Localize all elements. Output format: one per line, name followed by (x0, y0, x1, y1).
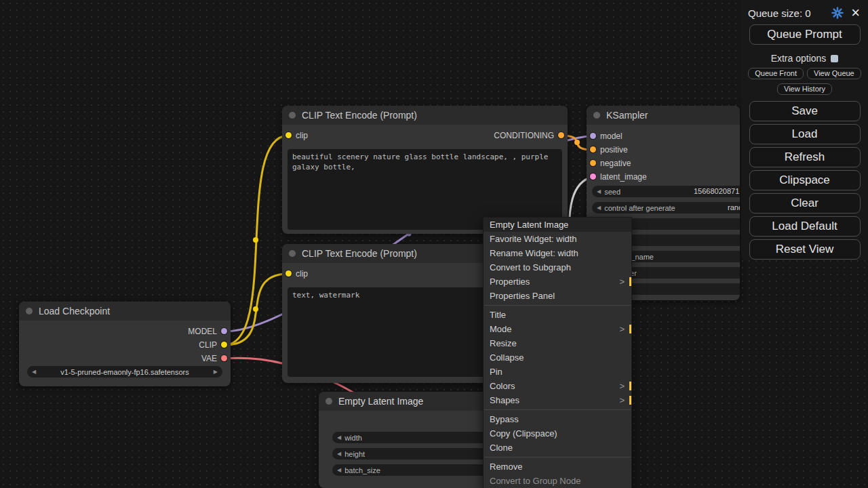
model-output-dot[interactable] (221, 328, 227, 334)
negative-input-dot[interactable] (590, 160, 596, 166)
left-arrow-icon[interactable]: ◀ (337, 468, 341, 473)
slot-label: MODEL (188, 327, 217, 336)
gear-icon[interactable] (831, 7, 844, 19)
slot-label: negative (600, 159, 631, 168)
load-default-button[interactable]: Load Default (749, 216, 861, 237)
refresh-button[interactable]: Refresh (749, 147, 861, 167)
left-arrow-icon[interactable]: ◀ (337, 435, 341, 441)
menu-item-shapes[interactable]: Shapes > (484, 393, 631, 407)
reset-view-button[interactable]: Reset View (749, 239, 861, 260)
submenu-arrow-icon: > (619, 395, 625, 405)
slot-label: positive (600, 145, 628, 155)
menu-item-clone[interactable]: Clone (484, 441, 631, 455)
right-arrow-icon[interactable]: ▶ (214, 369, 218, 375)
input-slot-positive[interactable]: positive (587, 144, 740, 155)
menu-item-label: Properties (490, 277, 530, 287)
widget-value: 15668020871 (694, 187, 739, 195)
collapse-dot-icon[interactable] (326, 398, 332, 405)
left-arrow-icon[interactable]: ◀ (597, 189, 601, 195)
menu-item-convert-to-group-node[interactable]: Convert to Group Node (Deprecated) (484, 474, 631, 488)
wire-dot (253, 237, 258, 243)
load-button[interactable]: Load (749, 124, 861, 144)
clipspace-button[interactable]: Clipspace (749, 170, 861, 190)
widget-label: seed (604, 188, 620, 196)
collapse-dot-icon[interactable] (593, 112, 600, 119)
collapse-dot-icon[interactable] (289, 112, 296, 119)
menu-item-pin[interactable]: Pin (484, 365, 631, 379)
ckpt-name-widget[interactable]: ◀ v1-5-pruned-emaonly-fp16.safetensors ▶ (27, 366, 222, 378)
wire-dot (574, 140, 580, 145)
control-after-generate-widget[interactable]: ◀ control after generate randomize (592, 202, 740, 214)
input-slot-model[interactable]: model (587, 131, 740, 142)
submenu-marker (629, 382, 631, 390)
queue-size-label: Queue size: 0 (748, 7, 831, 19)
menu-item-remove[interactable]: Remove (484, 460, 631, 474)
menu-item-favorite-widget[interactable]: Favorite Widget: width (484, 232, 631, 246)
menu-item-mode[interactable]: Mode > (484, 322, 631, 336)
widget-label: control after generate (604, 204, 675, 212)
comfy-menu-panel: Queue size: 0 × Queue Prompt Extra optio… (741, 0, 868, 260)
context-menu: Empty Latent Image Favorite Widget: widt… (483, 217, 632, 488)
menu-item-convert-to-subgraph[interactable]: Convert to Subgraph (484, 260, 631, 274)
left-arrow-icon[interactable]: ◀ (597, 205, 601, 211)
menu-item-label: Shapes (490, 395, 519, 405)
menu-item-properties-panel[interactable]: Properties Panel (484, 289, 631, 303)
node-header[interactable]: Load Checkpoint (19, 302, 231, 321)
clear-button[interactable]: Clear (749, 193, 861, 214)
widget-label: batch_size (344, 466, 380, 474)
positive-input-dot[interactable] (590, 146, 596, 152)
save-button[interactable]: Save (749, 101, 861, 121)
slot-label: clip (296, 269, 308, 279)
ckpt-name-value: v1-5-pruned-emaonly-fp16.safetensors (39, 368, 210, 376)
menu-item-properties[interactable]: Properties > (484, 274, 631, 289)
latent-input-dot[interactable] (590, 174, 596, 180)
node-clip-text-encode-positive[interactable]: CLIP Text Encode (Prompt) clip CONDITION… (282, 106, 568, 234)
extra-options-checkbox[interactable] (831, 55, 838, 62)
model-input-dot[interactable] (590, 133, 596, 139)
node-title: CLIP Text Encode (Prompt) (302, 110, 417, 121)
queue-front-button[interactable]: Queue Front (748, 68, 804, 79)
menu-separator (484, 305, 631, 306)
graph-canvas[interactable]: Load Checkpoint MODEL CLIP VAE ◀ v1-5-pr… (0, 0, 868, 488)
left-arrow-icon[interactable]: ◀ (337, 451, 341, 457)
menu-item-collapse[interactable]: Collapse (484, 350, 631, 365)
left-arrow-icon[interactable]: ◀ (32, 369, 36, 375)
slot-label: latent_image (600, 172, 647, 182)
output-slot-vae[interactable]: VAE (19, 353, 231, 364)
vae-output-dot[interactable] (221, 355, 227, 361)
node-load-checkpoint[interactable]: Load Checkpoint MODEL CLIP VAE ◀ v1-5-pr… (19, 302, 231, 386)
submenu-marker (629, 396, 631, 405)
view-history-button[interactable]: View History (777, 83, 832, 95)
clip-output-dot[interactable] (221, 342, 227, 348)
submenu-arrow-icon: > (619, 324, 625, 334)
output-slot-model[interactable]: MODEL (19, 326, 231, 337)
menu-item-rename-widget[interactable]: Rename Widget: width (484, 246, 631, 260)
node-header[interactable]: CLIP Text Encode (Prompt) (282, 106, 568, 125)
output-slot-conditioning[interactable]: CONDITIONING (282, 130, 568, 141)
queue-prompt-button[interactable]: Queue Prompt (749, 24, 861, 45)
collapse-dot-icon[interactable] (289, 250, 296, 257)
node-header[interactable]: KSampler (587, 106, 740, 125)
submenu-arrow-icon: > (619, 381, 625, 391)
view-queue-button[interactable]: View Queue (807, 68, 861, 79)
extra-options-label: Extra options (771, 53, 827, 64)
menu-separator (484, 409, 631, 410)
menu-item-copy-clipspace[interactable]: Copy (Clipspace) (484, 426, 631, 441)
node-title: Empty Latent Image (338, 396, 423, 407)
menu-item-title[interactable]: Title (484, 308, 631, 322)
slot-label: CONDITIONING (494, 131, 554, 140)
collapse-dot-icon[interactable] (26, 308, 33, 314)
input-slot-latent-image[interactable]: latent_image (587, 171, 740, 182)
seed-widget[interactable]: ◀ seed 15668020871 (592, 186, 740, 197)
menu-item-colors[interactable]: Colors > (484, 379, 631, 393)
output-slot-clip[interactable]: CLIP (19, 340, 231, 350)
slot-label: VAE (201, 354, 217, 363)
input-slot-negative[interactable]: negative (587, 158, 740, 169)
menu-item-bypass[interactable]: Bypass (484, 412, 631, 426)
menu-separator (484, 457, 631, 458)
close-icon[interactable]: × (851, 7, 860, 18)
widget-label: width (344, 434, 362, 442)
conditioning-output-dot[interactable] (558, 132, 564, 138)
menu-item-resize[interactable]: Resize (484, 336, 631, 350)
clip-input-dot[interactable] (285, 270, 292, 277)
